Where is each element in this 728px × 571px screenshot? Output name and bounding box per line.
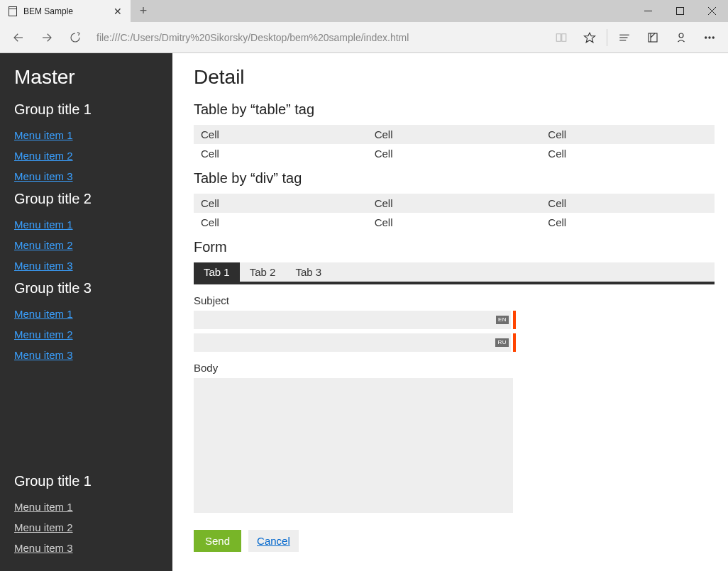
subject-field-en: EN <box>194 311 516 329</box>
table2-heading: Table by “div” tag <box>194 170 715 187</box>
main-content: Detail Table by “table” tag Cell Cell Ce… <box>172 53 728 571</box>
menu-item[interactable]: Menu item 1 <box>14 129 73 141</box>
new-tab-button[interactable]: + <box>131 0 155 22</box>
required-marker <box>513 311 516 329</box>
svg-point-16 <box>712 36 714 38</box>
refresh-button[interactable] <box>61 23 89 52</box>
window-maximize-button[interactable] <box>664 0 696 22</box>
window-controls <box>632 0 728 22</box>
table-row: Cell Cell Cell <box>194 194 715 213</box>
table-cell: Cell <box>368 194 541 213</box>
svg-rect-0 <box>9 6 17 16</box>
form-tabs: Tab 1 Tab 2 Tab 3 <box>194 262 715 284</box>
menu-item[interactable]: Menu item 2 <box>14 521 73 533</box>
menu-item[interactable]: Menu item 3 <box>14 349 73 361</box>
sidebar-group-bottom: Group title 1 Menu item 1 Menu item 2 Me… <box>14 469 158 561</box>
group-title: Group title 2 <box>14 191 158 207</box>
group-title: Group title 1 <box>14 101 158 118</box>
table-cell: Cell <box>194 125 368 144</box>
sidebar-group: Group title 3 Menu item 1 Menu item 2 Me… <box>14 280 158 365</box>
menu-item[interactable]: Menu item 3 <box>14 260 73 272</box>
address-bar[interactable]: file:///C:/Users/Dmitry%20Sikorsky/Deskt… <box>96 28 540 48</box>
window-titlebar: BEM Sample ✕ + <box>0 0 728 22</box>
forward-button[interactable] <box>33 23 61 52</box>
table-cell: Cell <box>368 125 541 144</box>
notes-icon[interactable] <box>639 23 667 52</box>
menu-item[interactable]: Menu item 1 <box>14 308 73 320</box>
table-cell: Cell <box>194 194 368 213</box>
table-cell: Cell <box>541 213 715 232</box>
svg-point-13 <box>679 33 683 38</box>
reading-view-icon[interactable] <box>547 23 575 52</box>
sidebar: Master Group title 1 Menu item 1 Menu it… <box>0 53 172 571</box>
lang-badge-en: EN <box>496 316 509 324</box>
subject-field-ru: RU <box>194 333 516 352</box>
table-row: Cell Cell Cell <box>194 125 715 144</box>
browser-tab[interactable]: BEM Sample ✕ <box>0 0 131 22</box>
subject-label: Subject <box>194 294 715 306</box>
send-button[interactable]: Send <box>194 530 241 552</box>
cancel-button[interactable]: Cancel <box>248 530 299 552</box>
form-heading: Form <box>194 239 715 255</box>
window-minimize-button[interactable] <box>632 0 664 22</box>
table-row: Cell Cell Cell <box>194 213 715 232</box>
svg-point-14 <box>705 36 707 38</box>
table-cell: Cell <box>194 144 368 163</box>
svg-marker-8 <box>585 33 595 43</box>
svg-rect-12 <box>649 33 657 42</box>
tab-3[interactable]: Tab 3 <box>285 262 331 282</box>
body-label: Body <box>194 362 715 374</box>
tab-1[interactable]: Tab 1 <box>194 262 240 282</box>
subject-input-ru[interactable] <box>194 333 511 352</box>
page-icon <box>7 6 18 17</box>
back-button[interactable] <box>4 23 33 52</box>
body-textarea[interactable] <box>194 378 513 513</box>
table-cell: Cell <box>368 144 541 163</box>
address-text: file:///C:/Users/Dmitry%20Sikorsky/Deskt… <box>96 32 409 43</box>
favorite-icon[interactable] <box>575 23 604 52</box>
app-root: Master Group title 1 Menu item 1 Menu it… <box>0 53 728 571</box>
hub-icon[interactable] <box>610 23 639 52</box>
sidebar-group: Group title 1 Menu item 1 Menu item 2 Me… <box>14 101 158 187</box>
group-title: Group title 3 <box>14 280 158 296</box>
menu-item[interactable]: Menu item 3 <box>14 542 73 554</box>
share-icon[interactable] <box>667 23 695 52</box>
browser-toolbar: file:///C:/Users/Dmitry%20Sikorsky/Deskt… <box>0 22 728 53</box>
table-by-table-tag: Cell Cell Cell Cell Cell Cell <box>194 125 715 163</box>
table-cell: Cell <box>368 213 541 232</box>
tab-close-icon[interactable]: ✕ <box>111 4 125 18</box>
svg-point-15 <box>709 36 710 38</box>
required-marker <box>513 333 516 352</box>
svg-rect-3 <box>677 8 684 15</box>
subject-input-en[interactable] <box>194 311 511 329</box>
menu-item[interactable]: Menu item 2 <box>14 328 73 340</box>
page-title: Detail <box>194 66 715 89</box>
group-title: Group title 1 <box>14 473 158 489</box>
table-by-div-tag: Cell Cell Cell Cell Cell Cell <box>194 194 715 232</box>
table1-heading: Table by “table” tag <box>194 101 715 118</box>
more-icon[interactable] <box>695 23 724 52</box>
table-cell: Cell <box>541 194 715 213</box>
toolbar-separator <box>607 29 607 46</box>
menu-item[interactable]: Menu item 2 <box>14 239 73 251</box>
window-close-button[interactable] <box>696 0 728 22</box>
table-row: Cell Cell Cell <box>194 144 715 163</box>
tab-title: BEM Sample <box>23 6 111 16</box>
sidebar-title: Master <box>14 66 158 89</box>
menu-item[interactable]: Menu item 1 <box>14 501 73 513</box>
menu-item[interactable]: Menu item 2 <box>14 150 73 162</box>
menu-item[interactable]: Menu item 3 <box>14 170 73 182</box>
table-cell: Cell <box>194 213 368 232</box>
lang-badge-ru: RU <box>495 338 509 347</box>
table-cell: Cell <box>541 125 715 144</box>
sidebar-group: Group title 2 Menu item 1 Menu item 2 Me… <box>14 191 158 276</box>
menu-item[interactable]: Menu item 1 <box>14 218 73 231</box>
tab-2[interactable]: Tab 2 <box>240 262 286 282</box>
table-cell: Cell <box>541 144 715 163</box>
